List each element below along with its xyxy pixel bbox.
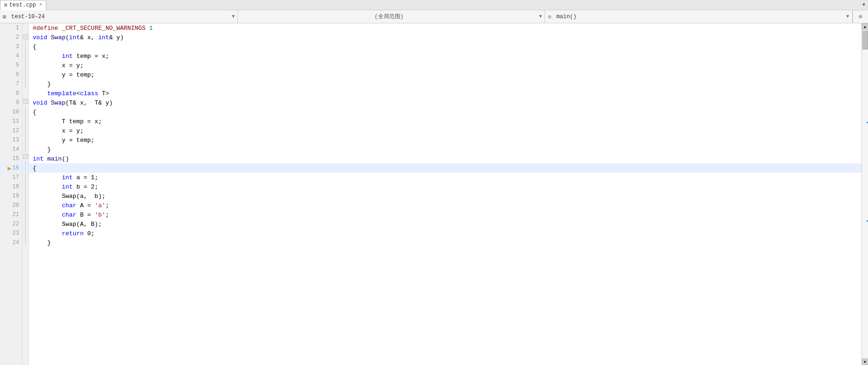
line-num-text-9: 9 <box>16 99 19 106</box>
line-num-text-3: 3 <box>16 43 19 50</box>
scroll-track[interactable] <box>862 30 868 358</box>
token-plain: } <box>33 239 51 246</box>
line-number-12: 12 <box>0 126 22 135</box>
toolbar-row: ⊞ test-10-24 ▼ (全局范围) ▼ ⊙ main() ▼ ⊕ <box>0 10 868 23</box>
token-kw: void <box>33 99 47 106</box>
token-plain: y = temp; <box>33 137 95 144</box>
fold-marker-4 <box>22 50 28 60</box>
function-dropdown-arrow[interactable]: ▼ <box>847 14 849 19</box>
fold-vline-21 <box>25 207 26 217</box>
fold-vline-6 <box>25 69 26 78</box>
token-plain: x = y; <box>33 62 84 69</box>
code-line-16: { <box>29 163 861 173</box>
token-fn: Swap <box>51 99 65 106</box>
code-line-14: } <box>29 145 861 154</box>
token-plain: 0; <box>84 230 94 237</box>
line-num-text-12: 12 <box>13 127 19 134</box>
line-number-7: 7 <box>0 79 22 89</box>
project-icon: ⊞ <box>3 14 9 20</box>
fold-vline-12 <box>25 124 26 133</box>
scrollbar-right[interactable]: ▲ ▼ <box>861 23 868 365</box>
line-num-text-1: 1 <box>16 25 19 31</box>
fold-vline-10 <box>25 105 26 115</box>
fold-vline-5 <box>25 60 26 69</box>
fold-marker-17 <box>22 170 28 179</box>
scroll-thumb[interactable] <box>862 31 868 49</box>
fold-vline-3 <box>25 41 26 50</box>
code-line-15: int main() <box>29 154 861 163</box>
line-num-text-14: 14 <box>13 146 19 153</box>
token-plain: y = temp; <box>33 71 95 78</box>
line-number-11: 11 <box>0 117 22 126</box>
pin-button[interactable]: ⊕ <box>856 13 865 21</box>
code-line-1: #define _CRT_SECURE_NO_WARNINGS 1 <box>29 23 861 33</box>
fold-marker-18 <box>22 179 28 189</box>
line-num-text-24: 24 <box>13 239 19 246</box>
code-line-19: Swap(a, b); <box>29 191 861 201</box>
line-number-21: 21 <box>0 210 22 219</box>
tab-dropdown-button[interactable]: ▼ <box>860 1 868 8</box>
fold-marker-9[interactable]: − <box>23 99 28 104</box>
code-line-22: Swap(A, B); <box>29 219 861 229</box>
line-number-1: 1 <box>0 23 22 33</box>
fold-vline-16 <box>25 161 26 170</box>
code-area[interactable]: #define _CRT_SECURE_NO_WARNINGS 1void Sw… <box>29 23 861 365</box>
project-dropdown-arrow[interactable]: ▼ <box>232 14 235 19</box>
tab-test-cpp[interactable]: ⊞ test.cpp × <box>0 0 46 10</box>
fold-marker-23 <box>22 226 28 235</box>
scope-dropdown-arrow[interactable]: ▼ <box>539 14 542 19</box>
token-plain: a = 1; <box>73 174 98 181</box>
token-plain: () <box>62 155 69 162</box>
line-num-text-7: 7 <box>16 81 19 87</box>
token-plain: { <box>33 165 36 172</box>
scroll-up-button[interactable]: ▲ <box>862 23 868 30</box>
function-label: main() <box>556 14 844 20</box>
fold-vline-18 <box>25 179 26 189</box>
code-line-13: y = temp; <box>29 135 861 145</box>
token-plain <box>33 174 62 181</box>
function-icon: ⊙ <box>548 14 554 20</box>
token-plain: (T& x, T& y) <box>65 99 112 106</box>
token-kw: class <box>80 90 98 97</box>
token-plain <box>33 90 47 97</box>
token-plain: A = <box>77 202 95 209</box>
token-plain <box>33 202 62 209</box>
token-plain: ; <box>105 202 109 209</box>
scroll-down-button[interactable]: ▼ <box>862 358 868 365</box>
line-num-text-15: 15 <box>13 155 19 162</box>
line-number-8: 8 <box>0 89 22 98</box>
toolbar-pin-section: ⊕ <box>853 10 868 23</box>
code-line-20: char A = 'a'; <box>29 201 861 210</box>
code-line-24: } <box>29 238 861 247</box>
fold-vline-19 <box>25 189 26 198</box>
token-plain: { <box>33 109 36 116</box>
token-plain: ; <box>105 211 109 218</box>
token-plain <box>146 25 149 32</box>
fold-marker-12 <box>22 124 28 133</box>
line-num-text-20: 20 <box>13 202 19 209</box>
line-num-text-17: 17 <box>13 174 19 181</box>
line-num-text-13: 13 <box>13 137 19 143</box>
fold-marker-15[interactable]: − <box>23 154 28 159</box>
line-num-text-4: 4 <box>16 53 19 59</box>
line-number-10: 10 <box>0 107 22 117</box>
fold-marker-2[interactable]: − <box>23 35 28 39</box>
toolbar-project-section: ⊞ test-10-24 ▼ <box>0 10 238 23</box>
fold-marker-19 <box>22 189 28 198</box>
token-plain: } <box>33 81 51 88</box>
fold-vline-24 <box>25 235 26 245</box>
tab-bar: ⊞ test.cpp × ▼ <box>0 0 868 10</box>
code-line-23: return 0; <box>29 229 861 238</box>
fold-marker-8 <box>22 88 28 97</box>
code-line-3: { <box>29 42 861 51</box>
token-kw: char <box>62 211 76 218</box>
code-line-21: char B = 'b'; <box>29 210 861 219</box>
tab-close-button[interactable]: × <box>39 2 42 7</box>
fold-marker-5 <box>22 60 28 69</box>
fold-vline-23 <box>25 226 26 235</box>
line-num-text-11: 11 <box>13 118 19 125</box>
line-number-17: 17 <box>0 173 22 182</box>
fold-marker-16 <box>22 161 28 170</box>
line-num-text-8: 8 <box>16 90 19 97</box>
fold-vline-11 <box>25 115 26 124</box>
